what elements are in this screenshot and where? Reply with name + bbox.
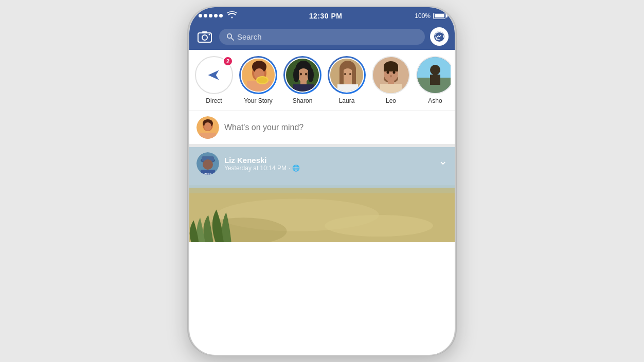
post-author-info: Liz Keneski Yesterday at 10:14 PM · 🌐	[224, 156, 448, 172]
battery-icon	[433, 13, 445, 19]
your-story-inner	[241, 58, 276, 93]
post-avatar: Dope	[196, 152, 219, 175]
svg-line-5	[231, 38, 234, 40]
wifi-icon	[227, 11, 237, 20]
svg-point-25	[305, 73, 307, 76]
signal-dot-5	[219, 14, 223, 17]
svg-rect-29	[339, 69, 344, 84]
status-left	[199, 11, 237, 20]
svg-rect-31	[345, 81, 351, 85]
svg-point-16	[257, 77, 267, 83]
your-story-circle	[239, 56, 277, 94]
status-time: 12:30 PM	[309, 12, 343, 20]
signal-dot-1	[199, 14, 202, 17]
leo-circle	[372, 56, 410, 94]
story-avatar-wrap-leo	[372, 56, 410, 94]
battery-fill	[435, 14, 444, 17]
story-name-direct: Direct	[206, 97, 222, 104]
svg-point-48	[430, 65, 440, 75]
phone-screen: 12:30 PM 100%	[189, 7, 455, 355]
search-icon	[226, 33, 234, 41]
story-avatar-wrap-asho	[416, 56, 451, 94]
laura-inner	[329, 58, 364, 93]
svg-rect-49	[430, 75, 440, 85]
svg-point-59	[325, 215, 433, 237]
svg-rect-21	[293, 84, 314, 93]
asho-circle	[416, 56, 451, 94]
svg-rect-20	[300, 81, 307, 85]
post-composer	[189, 111, 455, 147]
story-item-asho[interactable]: Asho	[415, 56, 451, 104]
stories-section: 2 Direct	[189, 50, 455, 111]
svg-text:Dope: Dope	[204, 172, 212, 175]
post-dropdown-button[interactable]: ⌄	[438, 154, 448, 168]
post-meta: Yesterday at 10:14 PM · 🌐	[224, 165, 448, 172]
nav-bar: Search	[189, 23, 455, 50]
laura-circle	[328, 56, 366, 94]
story-name-laura: Laura	[339, 97, 355, 104]
story-item-direct[interactable]: 2 Direct	[193, 56, 235, 104]
svg-rect-32	[337, 84, 358, 93]
svg-point-40	[387, 71, 389, 74]
battery-body	[433, 13, 445, 19]
svg-rect-39	[384, 66, 398, 71]
story-item-leo[interactable]: Leo	[370, 56, 412, 104]
story-name-leo: Leo	[386, 97, 396, 104]
battery-percent: 100%	[415, 12, 431, 20]
direct-icon	[203, 64, 225, 86]
search-placeholder: Search	[237, 32, 262, 41]
post-card: Dope Liz Keneski Yesterday at 10:14 PM ·…	[189, 147, 455, 242]
svg-point-23	[308, 68, 314, 82]
post-separator: ·	[289, 165, 290, 172]
post-timestamp: Yesterday at 10:14 PM	[224, 165, 287, 172]
signal-dot-4	[214, 14, 218, 17]
story-avatar-wrap-laura	[328, 56, 366, 94]
svg-point-34	[349, 73, 351, 75]
messenger-icon	[434, 31, 445, 42]
signal-strength	[199, 14, 223, 17]
search-bar[interactable]: Search	[219, 29, 425, 45]
svg-point-22	[293, 68, 299, 82]
svg-point-33	[344, 73, 346, 75]
signal-dot-3	[209, 14, 212, 17]
story-item-your-story[interactable]: Your Story	[238, 56, 279, 104]
sharon-inner	[285, 58, 320, 93]
story-item-sharon[interactable]: Sharon	[282, 56, 323, 104]
globe-icon: 🌐	[292, 165, 300, 172]
signal-dot-2	[204, 14, 207, 17]
story-name-your-story: Your Story	[244, 97, 273, 104]
story-name-sharon: Sharon	[293, 97, 313, 104]
status-right: 100%	[415, 12, 445, 20]
svg-point-3	[209, 34, 210, 35]
svg-point-24	[300, 73, 302, 76]
story-avatar-wrap-your-story	[239, 56, 277, 94]
composer-avatar	[196, 116, 219, 139]
direct-badge: 2	[223, 56, 233, 66]
phone-frame: 12:30 PM 100%	[188, 6, 456, 356]
sharon-circle	[283, 56, 321, 94]
story-avatar-wrap-sharon	[283, 56, 321, 94]
story-avatar-wrap-direct: 2	[195, 56, 233, 94]
stories-scroll: 2 Direct	[193, 56, 451, 104]
camera-icon	[198, 30, 212, 43]
status-bar: 12:30 PM 100%	[189, 7, 455, 23]
svg-point-42	[390, 75, 392, 78]
svg-point-1	[202, 35, 207, 40]
messenger-button[interactable]	[430, 27, 449, 46]
svg-rect-55	[200, 133, 216, 139]
svg-point-54	[204, 122, 211, 131]
svg-rect-2	[202, 31, 207, 33]
composer-input[interactable]	[224, 123, 448, 132]
svg-point-41	[393, 71, 396, 74]
post-header: Dope Liz Keneski Yesterday at 10:14 PM ·…	[189, 147, 455, 180]
camera-button[interactable]	[195, 28, 214, 45]
svg-point-65	[203, 159, 213, 170]
post-author-name: Liz Keneski	[224, 156, 448, 165]
post-image: Dope Liz Keneski Yesterday at 10:14 PM ·…	[189, 147, 455, 242]
story-item-laura[interactable]: Laura	[326, 56, 367, 104]
svg-rect-30	[352, 69, 356, 84]
svg-rect-43	[388, 81, 394, 84]
svg-rect-44	[380, 84, 402, 93]
svg-rect-61	[189, 185, 455, 193]
story-name-asho: Asho	[428, 97, 442, 104]
